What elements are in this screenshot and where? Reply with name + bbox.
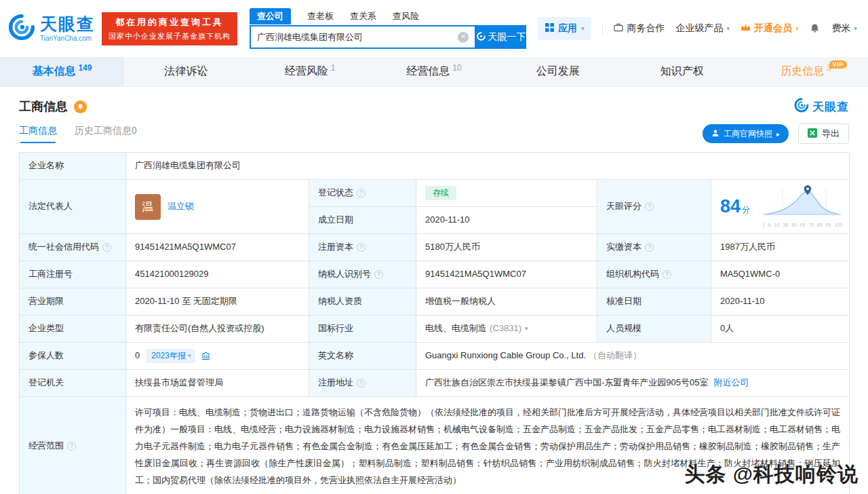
label-text: 组织机构代码 <box>606 268 659 280</box>
open-vip-link[interactable]: 开通会员 ▾ <box>741 22 799 35</box>
notification-bell-icon[interactable] <box>809 23 821 35</box>
app-menu-button[interactable]: 应用 ▾ <box>538 17 592 40</box>
search-tab-boss[interactable]: 查老板 <box>307 10 334 24</box>
company-nav-tabs: 基本信息 149 法律诉讼 经营风险 1 经营信息 10 公司发展 知识产权 历… <box>0 57 868 87</box>
staff-size-value: 0人 <box>711 316 850 343</box>
help-icon[interactable]: ? <box>663 270 671 279</box>
business-info-table: 企业名称 广西润雄电缆集团有限公司 法定代表人 温 温立锁 登记状态 ? 存续 … <box>19 152 849 494</box>
paid-capital-label: 实缴资本 ? <box>597 234 711 261</box>
tab-operating-risk[interactable]: 经营风险 1 <box>248 57 372 86</box>
tab-legal-litigation[interactable]: 法律诉讼 <box>124 57 248 86</box>
company-name-label: 企业名称 <box>20 153 126 180</box>
enterprise-products-link[interactable]: 企业级产品 ▾ <box>675 22 730 35</box>
annual-report-badge[interactable]: 2023年报▾ <box>146 349 195 363</box>
tianyancha-logo-icon <box>8 14 35 43</box>
chevron-down-icon: ▾ <box>581 25 585 32</box>
reg-number-label: 工商注册号 <box>20 261 126 288</box>
promo-badge: 都在用的商业查询工具 国家中小企业发展子基金旗下机构 <box>102 12 237 45</box>
score-distribution-chart[interactable]: 1515355065758595100 <box>762 185 842 229</box>
label-text: 注册资本 <box>318 241 353 253</box>
person-icon <box>711 129 719 139</box>
search-button-icon <box>477 32 486 43</box>
label-text: 实缴资本 <box>606 241 642 253</box>
search-box: × <box>250 25 476 49</box>
excel-icon <box>808 128 817 140</box>
subtab-row: 工商信息 历史工商信息0 工商官网快照 ▸ 导出 <box>19 124 849 144</box>
tab-intellectual-property[interactable]: 知识产权 <box>620 57 744 86</box>
nearby-companies-link[interactable]: 附近公司 <box>713 377 749 389</box>
legal-rep-label: 法定代表人 <box>20 180 126 234</box>
header-divider <box>602 22 603 35</box>
help-icon[interactable]: ? <box>645 202 654 211</box>
subtab-count: 0 <box>132 125 137 136</box>
export-button-label: 导出 <box>822 128 840 140</box>
search-tab-company[interactable]: 查公司 <box>250 8 291 24</box>
business-scope-value: 许可项目：电线、电缆制造；货物进出口；道路货物运输（不含危险货物）（依法须经批准… <box>126 397 850 494</box>
tianyancha-watermark-logo: 天眼查 <box>794 98 849 115</box>
registration-authority-label: 登记机关 <box>20 370 126 397</box>
tab-history-info[interactable]: 历史信息 3 VIP <box>744 57 868 86</box>
search-button[interactable]: 天眼一下 <box>476 25 526 49</box>
label-text: 纳税人识别号 <box>318 268 371 280</box>
help-icon[interactable]: ? <box>357 189 366 197</box>
legal-rep-cell: 温 温立锁 <box>126 180 309 234</box>
help-icon[interactable]: ? <box>357 243 366 252</box>
score-chart-ticks: 1515355065758595100 <box>762 222 842 229</box>
registered-capital-value: 5180万人民币 <box>416 234 597 261</box>
business-term-value: 2020-11-10 至 无固定期限 <box>126 288 309 316</box>
chevron-down-icon[interactable]: ▾ <box>525 324 528 333</box>
annual-report-building-icon[interactable] <box>201 351 211 361</box>
tab-operating-info[interactable]: 经营信息 10 <box>372 57 496 86</box>
insured-count-label: 参保人数 <box>20 343 126 370</box>
legal-rep-avatar[interactable]: 温 <box>135 194 161 220</box>
promo-line2: 国家中小企业发展子基金旗下机构 <box>108 31 231 41</box>
subtab-history-business-info[interactable]: 历史工商信息0 <box>75 125 137 143</box>
business-cooperation-label: 商务合作 <box>627 22 665 35</box>
official-snapshot-button[interactable]: 工商官网快照 ▸ <box>703 124 789 143</box>
help-icon[interactable]: ? <box>357 379 366 387</box>
company-name-value: 广西润雄电缆集团有限公司 <box>126 153 850 180</box>
insured-count-value: 0 <box>135 349 140 362</box>
export-button[interactable]: 导出 <box>798 124 849 144</box>
tab-label: 基本信息 <box>32 64 75 79</box>
tianyancha-logo[interactable]: 天眼查 TianYanCha.com <box>8 14 95 43</box>
chevron-down-icon: ▾ <box>726 25 730 32</box>
arrow-right-icon: ▸ <box>776 130 780 138</box>
monitor-bell-icon[interactable] <box>74 100 87 113</box>
tyc-score-cell: 84分 1515355065758595100 <box>711 180 850 234</box>
subtab-business-info[interactable]: 工商信息 <box>19 125 57 143</box>
industry-cell: 电线、电缆制造 (C3831) ▾ <box>416 316 597 343</box>
open-vip-label: 开通会员 <box>754 22 792 35</box>
app-menu-label: 应用 <box>558 22 577 35</box>
search-input[interactable] <box>257 32 458 42</box>
score-number: 84 <box>720 196 741 216</box>
reg-status-label: 登记状态 ? <box>309 180 416 207</box>
logo-subtitle: TianYanCha.com <box>40 35 95 42</box>
grid-icon <box>545 23 554 34</box>
help-icon[interactable]: ? <box>374 270 383 279</box>
tab-label: 经营风险 <box>285 64 328 79</box>
annual-report-label: 2023年报 <box>151 350 186 362</box>
snapshot-button-label: 工商官网快照 <box>724 128 772 140</box>
business-info-section: 工商信息 天眼查 工商信息 历史工商信息0 工商官网快照 ▸ 导出 企业名称 广… <box>0 87 868 494</box>
tab-company-development[interactable]: 公司发展 <box>496 57 620 86</box>
label-text: 天眼评分 <box>606 200 642 212</box>
legal-rep-name-link[interactable]: 温立锁 <box>167 200 194 212</box>
tab-basic-info[interactable]: 基本信息 149 <box>0 57 124 86</box>
taxpayer-qualification-value: 增值税一般纳税人 <box>416 288 597 316</box>
clear-search-icon[interactable]: × <box>458 32 469 43</box>
top-header: 天眼查 TianYanCha.com 都在用的商业查询工具 国家中小企业发展子基… <box>0 0 868 57</box>
industry-value: 电线、电缆制造 <box>425 322 487 335</box>
business-cooperation-link[interactable]: 商务合作 <box>614 22 665 35</box>
help-icon[interactable]: ? <box>67 442 76 451</box>
org-code-label: 组织机构代码 ? <box>597 261 711 288</box>
search-tab-relation[interactable]: 查关系 <box>350 10 376 24</box>
help-icon[interactable]: ? <box>645 243 654 252</box>
subtab-label: 历史工商信息 <box>75 125 132 136</box>
section-title: 工商信息 <box>19 98 68 115</box>
tab-count: 10 <box>452 63 461 73</box>
user-menu[interactable]: 费米 ▾ <box>831 22 857 35</box>
established-date-value: 2020-11-10 <box>416 207 597 234</box>
search-tab-risk[interactable]: 查风险 <box>393 10 419 24</box>
help-icon[interactable]: ? <box>102 243 111 252</box>
